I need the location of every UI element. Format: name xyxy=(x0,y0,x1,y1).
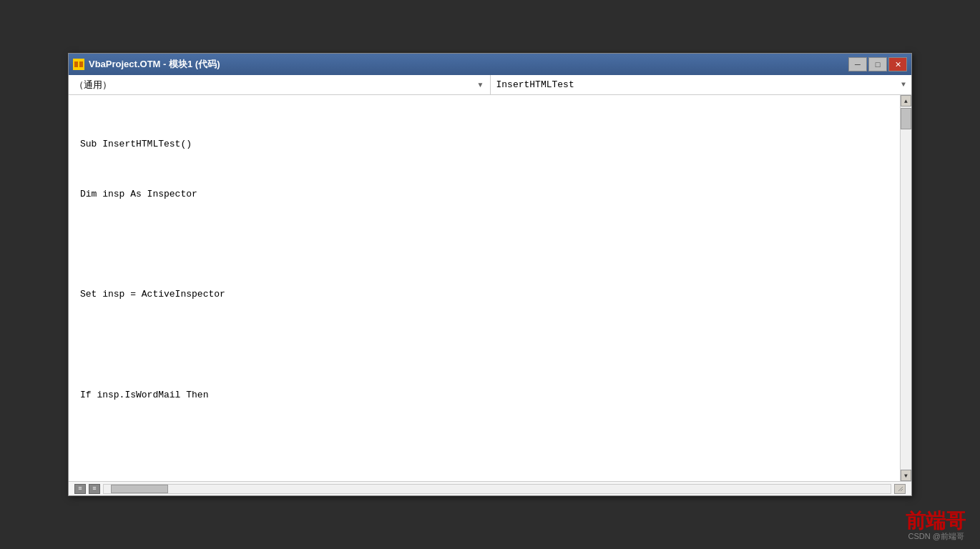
scope-dropdown[interactable]: （通用） ▼ xyxy=(69,75,491,94)
code-line-6: If insp.IsWordMail Then xyxy=(80,387,888,403)
code-line-4: Set insp = ActiveInspector xyxy=(80,286,888,302)
svg-line-3 xyxy=(898,487,903,491)
horizontal-scrollbar[interactable] xyxy=(103,484,891,494)
status-icon-left-label: ≡ xyxy=(78,485,82,493)
close-button[interactable]: ✕ xyxy=(888,57,907,71)
code-line-5 xyxy=(80,336,888,352)
app-icon xyxy=(73,59,84,70)
maximize-button[interactable]: □ xyxy=(868,57,887,71)
vertical-scrollbar[interactable]: ▲ ▼ xyxy=(900,95,911,481)
status-icon-left[interactable]: ≡ xyxy=(74,484,86,494)
vba-window: VbaProject.OTM - 模块1 (代码) ─ □ ✕ （通用） ▼ I… xyxy=(68,53,912,496)
status-bar: ≡ ≡ xyxy=(69,481,911,495)
code-editor[interactable]: Sub InsertHTMLTest() Dim insp As Inspect… xyxy=(69,95,900,481)
desktop: VbaProject.OTM - 模块1 (代码) ─ □ ✕ （通用） ▼ I… xyxy=(0,0,980,549)
scroll-thumb-v[interactable] xyxy=(901,108,911,129)
proc-dropdown-arrow: ▼ xyxy=(901,81,906,89)
proc-dropdown-value: InsertHTMLTest xyxy=(496,79,574,90)
minimize-button[interactable]: ─ xyxy=(848,57,867,71)
status-icon-right[interactable]: ≡ xyxy=(89,484,100,494)
editor-container: Sub InsertHTMLTest() Dim insp As Inspect… xyxy=(69,95,911,481)
watermark-sub: CSDN @前端哥 xyxy=(908,531,964,542)
title-bar: VbaProject.OTM - 模块1 (代码) ─ □ ✕ xyxy=(69,54,911,75)
code-line-2: Dim insp As Inspector xyxy=(80,186,888,202)
code-line-3 xyxy=(80,236,888,252)
resize-corner xyxy=(894,484,906,494)
scroll-up-arrow[interactable]: ▲ xyxy=(901,95,911,107)
status-icon-right-label: ≡ xyxy=(92,485,96,493)
scope-dropdown-value: （通用） xyxy=(74,79,112,92)
svg-rect-2 xyxy=(79,61,83,67)
code-line-7 xyxy=(80,437,888,453)
scope-dropdown-arrow: ▼ xyxy=(477,81,484,89)
scroll-down-arrow[interactable]: ▼ xyxy=(901,470,911,481)
scroll-thumb-h[interactable] xyxy=(111,485,168,493)
svg-line-4 xyxy=(901,489,903,491)
window-title: VbaProject.OTM - 模块1 (代码) xyxy=(89,58,848,71)
proc-dropdown[interactable]: InsertHTMLTest ▼ xyxy=(491,75,912,94)
status-icons: ≡ ≡ xyxy=(74,484,100,494)
window-controls: ─ □ ✕ xyxy=(848,57,907,71)
svg-rect-1 xyxy=(74,61,78,67)
code-line-1: Sub InsertHTMLTest() xyxy=(80,136,888,152)
toolbar: （通用） ▼ InsertHTMLTest ▼ xyxy=(69,75,911,95)
